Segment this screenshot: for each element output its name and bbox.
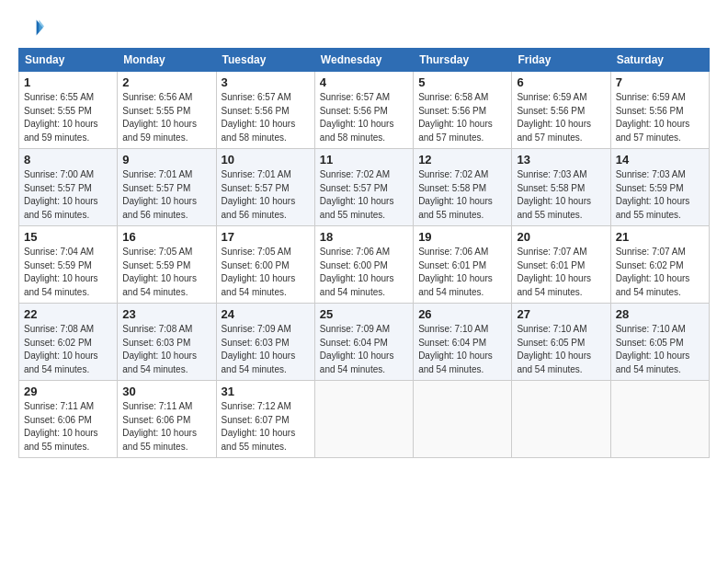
calendar-cell: 18 Sunrise: 7:06 AM Sunset: 6:00 PM Dayl… [314, 226, 413, 304]
weekday-header-friday: Friday [512, 49, 610, 72]
calendar-cell: 26 Sunrise: 7:10 AM Sunset: 6:04 PM Dayl… [414, 304, 512, 381]
weekday-header-monday: Monday [118, 49, 216, 72]
day-number: 9 [122, 153, 210, 167]
calendar-cell: 29 Sunrise: 7:11 AM Sunset: 6:06 PM Dayl… [19, 381, 118, 458]
calendar-cell: 8 Sunrise: 7:00 AM Sunset: 5:57 PM Dayli… [19, 149, 118, 226]
day-detail: Sunrise: 7:02 AM Sunset: 5:58 PM Dayligh… [418, 168, 506, 222]
week-row-4: 22 Sunrise: 7:08 AM Sunset: 6:02 PM Dayl… [19, 304, 710, 381]
calendar-cell: 24 Sunrise: 7:09 AM Sunset: 6:03 PM Dayl… [216, 304, 314, 381]
day-number: 15 [24, 230, 112, 244]
day-detail: Sunrise: 7:12 AM Sunset: 6:07 PM Dayligh… [222, 400, 310, 454]
day-detail: Sunrise: 7:00 AM Sunset: 5:57 PM Dayligh… [24, 168, 112, 222]
day-number: 24 [222, 307, 310, 321]
week-row-1: 1 Sunrise: 6:55 AM Sunset: 5:55 PM Dayli… [19, 72, 710, 149]
calendar-cell: 23 Sunrise: 7:08 AM Sunset: 6:03 PM Dayl… [118, 304, 216, 381]
calendar-cell: 12 Sunrise: 7:02 AM Sunset: 5:58 PM Dayl… [414, 149, 512, 226]
calendar-cell: 30 Sunrise: 7:11 AM Sunset: 6:06 PM Dayl… [118, 381, 216, 458]
day-detail: Sunrise: 7:08 AM Sunset: 6:03 PM Dayligh… [122, 323, 210, 376]
day-detail: Sunrise: 6:58 AM Sunset: 5:56 PM Dayligh… [418, 91, 506, 144]
week-row-5: 29 Sunrise: 7:11 AM Sunset: 6:06 PM Dayl… [19, 381, 710, 458]
day-number: 17 [222, 230, 310, 244]
day-detail: Sunrise: 7:07 AM Sunset: 6:01 PM Dayligh… [517, 246, 605, 299]
day-number: 14 [616, 153, 704, 167]
calendar-cell: 1 Sunrise: 6:55 AM Sunset: 5:55 PM Dayli… [19, 72, 118, 149]
day-number: 7 [616, 75, 704, 89]
day-detail: Sunrise: 7:03 AM Sunset: 5:59 PM Dayligh… [616, 168, 704, 222]
day-detail: Sunrise: 7:02 AM Sunset: 5:57 PM Dayligh… [320, 168, 408, 222]
calendar-cell: 19 Sunrise: 7:06 AM Sunset: 6:01 PM Dayl… [414, 226, 512, 304]
day-number: 3 [222, 75, 310, 89]
weekday-header-wednesday: Wednesday [314, 49, 413, 72]
page-header [18, 15, 710, 40]
day-detail: Sunrise: 6:59 AM Sunset: 5:56 PM Dayligh… [517, 91, 605, 144]
day-number: 19 [418, 230, 506, 244]
day-number: 11 [320, 153, 408, 167]
day-number: 20 [517, 230, 605, 244]
day-number: 18 [320, 230, 408, 244]
day-number: 27 [517, 307, 605, 321]
day-detail: Sunrise: 7:09 AM Sunset: 6:04 PM Dayligh… [320, 323, 408, 376]
calendar-cell: 22 Sunrise: 7:08 AM Sunset: 6:02 PM Dayl… [19, 304, 118, 381]
logo [18, 15, 48, 40]
day-number: 6 [517, 75, 605, 89]
day-number: 8 [24, 153, 112, 167]
day-number: 16 [122, 230, 210, 244]
day-number: 10 [222, 153, 310, 167]
day-number: 13 [517, 153, 605, 167]
day-number: 25 [320, 307, 408, 321]
day-detail: Sunrise: 7:10 AM Sunset: 6:04 PM Dayligh… [418, 323, 506, 376]
weekday-header-row: SundayMondayTuesdayWednesdayThursdayFrid… [19, 49, 710, 72]
calendar-cell: 20 Sunrise: 7:07 AM Sunset: 6:01 PM Dayl… [512, 226, 610, 304]
calendar-cell: 6 Sunrise: 6:59 AM Sunset: 5:56 PM Dayli… [512, 72, 610, 149]
calendar-cell: 14 Sunrise: 7:03 AM Sunset: 5:59 PM Dayl… [610, 149, 709, 226]
day-detail: Sunrise: 6:57 AM Sunset: 5:56 PM Dayligh… [222, 91, 310, 144]
day-detail: Sunrise: 7:07 AM Sunset: 6:02 PM Dayligh… [616, 246, 704, 299]
day-number: 22 [24, 307, 112, 321]
week-row-3: 15 Sunrise: 7:04 AM Sunset: 5:59 PM Dayl… [19, 226, 710, 304]
calendar-cell: 2 Sunrise: 6:56 AM Sunset: 5:55 PM Dayli… [118, 72, 216, 149]
day-detail: Sunrise: 7:04 AM Sunset: 5:59 PM Dayligh… [24, 246, 112, 299]
day-detail: Sunrise: 7:11 AM Sunset: 6:06 PM Dayligh… [24, 400, 112, 454]
day-detail: Sunrise: 6:55 AM Sunset: 5:55 PM Dayligh… [24, 91, 112, 144]
calendar-cell: 9 Sunrise: 7:01 AM Sunset: 5:57 PM Dayli… [118, 149, 216, 226]
day-detail: Sunrise: 6:59 AM Sunset: 5:56 PM Dayligh… [616, 91, 704, 144]
calendar-cell: 5 Sunrise: 6:58 AM Sunset: 5:56 PM Dayli… [414, 72, 512, 149]
calendar-cell: 11 Sunrise: 7:02 AM Sunset: 5:57 PM Dayl… [314, 149, 413, 226]
calendar-cell: 10 Sunrise: 7:01 AM Sunset: 5:57 PM Dayl… [216, 149, 314, 226]
day-number: 29 [24, 385, 112, 398]
day-number: 30 [122, 385, 210, 398]
calendar-table: SundayMondayTuesdayWednesdayThursdayFrid… [18, 48, 710, 458]
weekday-header-tuesday: Tuesday [216, 49, 314, 72]
day-detail: Sunrise: 6:56 AM Sunset: 5:55 PM Dayligh… [122, 91, 210, 144]
day-detail: Sunrise: 6:57 AM Sunset: 5:56 PM Dayligh… [320, 91, 408, 144]
calendar-cell: 27 Sunrise: 7:10 AM Sunset: 6:05 PM Dayl… [512, 304, 610, 381]
calendar-cell: 21 Sunrise: 7:07 AM Sunset: 6:02 PM Dayl… [610, 226, 709, 304]
calendar-cell: 17 Sunrise: 7:05 AM Sunset: 6:00 PM Dayl… [216, 226, 314, 304]
svg-marker-1 [39, 20, 44, 33]
day-number: 4 [320, 75, 408, 89]
calendar-cell: 28 Sunrise: 7:10 AM Sunset: 6:05 PM Dayl… [610, 304, 709, 381]
weekday-header-saturday: Saturday [610, 49, 709, 72]
day-number: 26 [418, 307, 506, 321]
calendar-cell: 15 Sunrise: 7:04 AM Sunset: 5:59 PM Dayl… [19, 226, 118, 304]
week-row-2: 8 Sunrise: 7:00 AM Sunset: 5:57 PM Dayli… [19, 149, 710, 226]
day-detail: Sunrise: 7:03 AM Sunset: 5:58 PM Dayligh… [517, 168, 605, 222]
day-number: 1 [24, 75, 112, 89]
calendar-cell [512, 381, 610, 458]
day-detail: Sunrise: 7:08 AM Sunset: 6:02 PM Dayligh… [24, 323, 112, 376]
day-number: 2 [122, 75, 210, 89]
weekday-header-sunday: Sunday [19, 49, 118, 72]
calendar-cell: 3 Sunrise: 6:57 AM Sunset: 5:56 PM Dayli… [216, 72, 314, 149]
day-detail: Sunrise: 7:05 AM Sunset: 5:59 PM Dayligh… [122, 246, 210, 299]
calendar-cell [314, 381, 413, 458]
day-number: 5 [418, 75, 506, 89]
day-number: 21 [616, 230, 704, 244]
day-number: 28 [616, 307, 704, 321]
day-number: 12 [418, 153, 506, 167]
day-number: 31 [222, 385, 310, 398]
day-number: 23 [122, 307, 210, 321]
day-detail: Sunrise: 7:01 AM Sunset: 5:57 PM Dayligh… [222, 168, 310, 222]
day-detail: Sunrise: 7:06 AM Sunset: 6:01 PM Dayligh… [418, 246, 506, 299]
calendar-cell: 25 Sunrise: 7:09 AM Sunset: 6:04 PM Dayl… [314, 304, 413, 381]
weekday-header-thursday: Thursday [414, 49, 512, 72]
